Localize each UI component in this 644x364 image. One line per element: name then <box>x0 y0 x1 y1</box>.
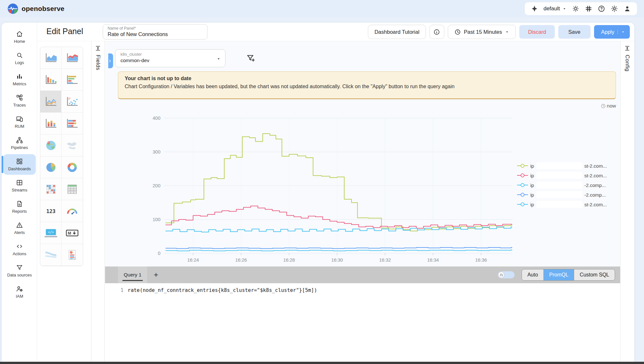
chart-type-table[interactable] <box>62 178 83 200</box>
svg-text:M: M <box>68 231 71 236</box>
sidebar-item-label: Logs <box>15 61 24 65</box>
chart-type-markdown[interactable]: M <box>62 222 83 244</box>
sidebar-item-streams[interactable]: Streams <box>3 175 36 196</box>
streams-icon <box>16 179 23 186</box>
add-filter-button[interactable] <box>246 53 257 64</box>
chart-type-pie[interactable] <box>40 156 62 178</box>
iam-icon <box>16 285 23 293</box>
sidebar-item-metrics[interactable]: Metrics <box>3 69 36 90</box>
apply-button[interactable]: Apply <box>594 25 630 39</box>
settings-icon[interactable] <box>610 5 618 13</box>
line-number: 1 <box>120 287 123 362</box>
sidebar-item-label: Traces <box>13 103 26 108</box>
help-icon[interactable] <box>598 5 605 13</box>
panel-name-field[interactable]: Name of Panel* Rate of New Connections <box>103 24 207 40</box>
expand-fields-button[interactable] <box>108 53 113 68</box>
sidebar-item-label: Metrics <box>13 82 26 87</box>
theme-toggle-icon[interactable] <box>572 5 580 13</box>
config-panel-tab[interactable]: Config <box>620 41 634 362</box>
profile-icon[interactable] <box>623 5 631 13</box>
sidebar-item-reports[interactable]: Reports <box>3 197 36 217</box>
legend-label-prefix: ip <box>530 192 534 198</box>
pipelines-icon <box>16 136 23 144</box>
legend-item-4[interactable]: ip -2.comp... <box>517 190 620 200</box>
sidebar-item-rum[interactable]: RUM <box>3 112 36 132</box>
expand-panel-icon <box>624 45 630 51</box>
sidebar-item-actions[interactable]: Actions <box>3 239 36 260</box>
svg-text:16:24: 16:24 <box>187 257 199 263</box>
sidebar-item-traces[interactable]: Traces <box>3 90 36 111</box>
legend-label-suffix: st-2.com... <box>584 173 607 178</box>
chart-type-maps[interactable] <box>62 135 83 156</box>
chart-type-bar[interactable] <box>40 69 62 91</box>
query-code: rate(node_nf_conntrack_entries{k8s_clust… <box>128 287 317 362</box>
dashboards-icon <box>16 158 23 165</box>
sidebar-item-iam[interactable]: IAM <box>3 282 36 302</box>
brand[interactable]: openobserve <box>7 3 64 14</box>
area-stacked-chart-icon <box>65 52 80 64</box>
sidebar-item-alerts[interactable]: Alerts <box>3 218 36 238</box>
chart-type-area-stacked[interactable] <box>62 47 83 69</box>
geomap-chart-icon <box>43 140 58 151</box>
chart-type-custom-chart[interactable] <box>62 244 83 266</box>
vrl-function-toggle[interactable]: fx <box>498 271 514 278</box>
legend-item-2[interactable]: ip st-2.com... <box>517 171 620 180</box>
fx-toggle-knob: fx <box>498 272 505 278</box>
sidebar-item-data-sources[interactable]: Data sources <box>3 260 36 281</box>
sidebar-item-label: Reports <box>12 209 27 214</box>
svg-text:16:32: 16:32 <box>379 257 391 263</box>
chart-type-sankey[interactable] <box>40 244 62 266</box>
org-selector[interactable]: default <box>543 5 567 12</box>
sparkle-icon[interactable] <box>531 5 538 13</box>
query-mode-promql[interactable]: PromQL <box>543 269 574 280</box>
now-label-text: now <box>607 103 616 109</box>
sidebar-item-dashboards[interactable]: Dashboards <box>3 154 36 175</box>
svg-text:200: 200 <box>153 183 160 188</box>
h-bar-chart-icon <box>65 74 80 86</box>
variable-selector[interactable]: k8s_cluster common-dev <box>115 49 226 67</box>
chart-type-line[interactable] <box>40 91 62 113</box>
chart-type-metric-text[interactable]: 123 <box>40 200 62 222</box>
chart-type-scatter[interactable] <box>62 91 83 113</box>
query-mode-auto[interactable]: Auto <box>522 269 543 280</box>
time-range-value: Past 15 Minutes <box>464 29 502 35</box>
chart-type-stacked-bar[interactable] <box>40 113 62 135</box>
time-range-button[interactable]: Past 15 Minutes <box>448 25 516 39</box>
legend-marker-icon <box>517 202 528 207</box>
sidebar-item-pipelines[interactable]: Pipelines <box>3 133 36 154</box>
legend-label-prefix: ip <box>530 173 534 178</box>
chart-type-heatmap[interactable] <box>40 178 62 200</box>
discard-button[interactable]: Discard <box>519 25 555 39</box>
legend-item-3[interactable]: ip -2.comp... <box>517 180 620 190</box>
dashboard-tutorial-button[interactable]: Dashboard Tutorial <box>368 25 426 39</box>
chart-type-donut[interactable] <box>62 156 83 178</box>
chart-type-h-bar[interactable] <box>62 69 83 91</box>
info-button[interactable] <box>429 25 444 39</box>
fields-panel-tab[interactable]: Fields <box>91 41 105 362</box>
query-toolbar: Query 1 + fx AutoPromQLCustom SQL <box>105 266 620 283</box>
chart-type-area[interactable] <box>40 47 62 69</box>
query-mode-custom-sql[interactable]: Custom SQL <box>574 269 615 280</box>
chart-type-gauge[interactable] <box>62 200 83 222</box>
chart-type-geomap[interactable] <box>40 135 62 156</box>
save-button[interactable]: Save <box>558 25 591 39</box>
legend-item-5[interactable]: ip st-2.com... <box>517 200 620 209</box>
sidebar-item-home[interactable]: Home <box>3 27 36 47</box>
heatmap-chart-icon <box>43 183 58 195</box>
sidebar-nav: Home Logs Metrics Traces RUM Pipelines D… <box>2 23 37 303</box>
maps-chart-icon <box>65 140 80 151</box>
slack-icon[interactable] <box>585 5 592 13</box>
sidebar-item-logs[interactable]: Logs <box>3 48 36 69</box>
query-tab-1[interactable]: Query 1 <box>118 266 147 283</box>
alerts-icon <box>16 221 23 229</box>
svg-text:16:28: 16:28 <box>283 257 295 263</box>
sidebar-item-label: Data sources <box>7 273 32 278</box>
svg-text:16:34: 16:34 <box>427 257 439 263</box>
chart-type-html[interactable]: </> <box>40 222 62 244</box>
info-icon <box>433 29 440 35</box>
query-editor[interactable]: 1 rate(node_nf_conntrack_entries{k8s_clu… <box>105 283 620 362</box>
timeseries-chart[interactable]: 010020030040016:2416:2616:2816:3016:3216… <box>135 114 519 266</box>
legend-item-1[interactable]: ip st-2.com... <box>517 161 620 171</box>
add-query-button[interactable]: + <box>154 271 158 279</box>
chart-type-h-stacked-bar[interactable] <box>62 113 83 135</box>
